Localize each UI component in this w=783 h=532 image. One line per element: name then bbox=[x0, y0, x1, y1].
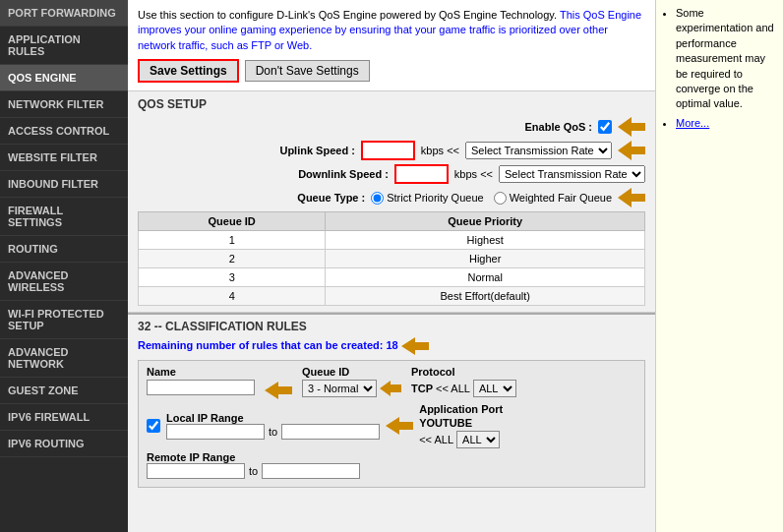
sidebar-item-firewall-settings[interactable]: FIREWALL SETTINGS bbox=[0, 198, 128, 236]
sidebar-item-ipv6-firewall[interactable]: IPV6 FIREWALL bbox=[0, 404, 128, 431]
svg-marker-2 bbox=[618, 188, 645, 207]
downlink-transmission-select[interactable]: Select Transmission Rate bbox=[499, 165, 645, 183]
remote-ip-to-input[interactable] bbox=[262, 463, 360, 479]
local-ip-block: Local IP Range 192.168.1.2 to 192.168.1.… bbox=[166, 412, 380, 440]
enable-qos-label: Enable QoS : bbox=[484, 121, 592, 133]
uplink-arrow-icon bbox=[618, 141, 645, 160]
strict-priority-radio[interactable] bbox=[371, 192, 384, 205]
right-panel-list: Some experimentation and performance mea… bbox=[662, 6, 777, 131]
to-label-local: to bbox=[269, 426, 277, 438]
sidebar-item-inbound-filter[interactable]: INBOUND FILTER bbox=[0, 171, 128, 198]
app-port-value: YOUTUBE bbox=[419, 417, 503, 429]
sidebar: PORT FORWARDING APPLICATION RULES QOS EN… bbox=[0, 0, 128, 532]
downlink-input[interactable]: 8192 bbox=[394, 164, 449, 184]
qos-form: Enable QoS : Uplink Speed : 2048 kbps <<… bbox=[138, 117, 645, 207]
right-panel: Some experimentation and performance mea… bbox=[655, 0, 783, 532]
remaining-text: Remaining number of rules that can be cr… bbox=[138, 337, 645, 355]
sidebar-item-advanced-wireless[interactable]: ADVANCED WIRELESS bbox=[0, 263, 128, 301]
sidebar-item-routing[interactable]: ROUTING bbox=[0, 236, 128, 263]
remote-ip-inputs: to bbox=[147, 463, 360, 479]
uplink-label: Uplink Speed : bbox=[247, 145, 355, 156]
queue-priority-cell: Higher bbox=[326, 250, 645, 268]
strict-priority-option[interactable]: Strict Priority Queue bbox=[371, 192, 483, 205]
uplink-transmission-select[interactable]: Select Transmission Rate bbox=[465, 142, 612, 159]
sidebar-item-website-filter[interactable]: WEBSITE FILTER bbox=[0, 145, 128, 171]
remote-ip-from-input[interactable] bbox=[147, 463, 245, 479]
sidebar-item-ipv6-routing[interactable]: IPV6 ROUTING bbox=[0, 431, 128, 457]
queue-priority-cell: Highest bbox=[326, 231, 645, 250]
queue-type-label: Queue Type : bbox=[257, 192, 365, 204]
save-button[interactable]: Save Settings bbox=[138, 59, 239, 83]
remaining-label: Remaining number of rules that can be cr… bbox=[138, 339, 383, 351]
enable-qos-row: Enable QoS : bbox=[138, 117, 645, 137]
queue-col-id: Queue ID bbox=[139, 212, 326, 231]
sidebar-item-network-filter[interactable]: NETWORK FILTER bbox=[0, 91, 128, 118]
remote-ip-row: Remote IP Range to bbox=[147, 451, 636, 479]
protocol-row: TCP << ALL ALL bbox=[411, 380, 516, 397]
button-row: Save Settings Don't Save Settings bbox=[138, 59, 645, 83]
sidebar-item-guest-zone[interactable]: GUEST ZONE bbox=[0, 378, 128, 404]
local-ip-row: Local IP Range 192.168.1.2 to 192.168.1.… bbox=[147, 403, 636, 448]
protocol-field: Protocol TCP << ALL ALL bbox=[411, 366, 516, 397]
main-content: Use this section to configure D-Link's Q… bbox=[128, 0, 655, 532]
queue-priority-cell: Normal bbox=[326, 268, 645, 287]
sidebar-item-port-forwarding[interactable]: PORT FORWARDING bbox=[0, 0, 128, 27]
sidebar-item-advanced-network[interactable]: ADVANCED NETWORK bbox=[0, 339, 128, 378]
app-port-field: Application Port YOUTUBE << ALL ALL bbox=[419, 403, 503, 448]
app-port-suffix: << ALL bbox=[419, 434, 453, 445]
uplink-speed-row: Uplink Speed : 2048 kbps << Select Trans… bbox=[138, 141, 645, 160]
queue-priority-cell: Best Effort(default) bbox=[326, 287, 645, 306]
sidebar-item-access-control[interactable]: ACCESS CONTROL bbox=[0, 118, 128, 145]
queue-id-cell: 3 bbox=[139, 268, 326, 287]
local-ip-checkbox[interactable] bbox=[147, 419, 160, 433]
queue-id-field: Queue ID 3 - Normal bbox=[302, 366, 401, 397]
queue-id-cell: 1 bbox=[139, 231, 326, 250]
classification-form: Name Youtube Queue ID 3 - Normal bbox=[138, 360, 645, 488]
name-arrow-container bbox=[265, 366, 292, 399]
weighted-fair-radio[interactable] bbox=[494, 192, 507, 205]
name-input[interactable]: Youtube bbox=[147, 380, 255, 395]
sidebar-item-wifi-protected[interactable]: WI-FI PROTECTED SETUP bbox=[0, 301, 128, 339]
name-arrow-icon bbox=[265, 382, 292, 399]
local-ip-from-input[interactable]: 192.168.1.2 bbox=[166, 424, 265, 440]
queue-type-radios: Strict Priority Queue Weighted Fair Queu… bbox=[371, 192, 612, 205]
queue-id-cell: 2 bbox=[139, 250, 326, 268]
queue-id-arrow-icon bbox=[380, 381, 401, 396]
queue-id-select-row: 3 - Normal bbox=[302, 380, 401, 397]
dont-save-button[interactable]: Don't Save Settings bbox=[245, 60, 370, 82]
protocol-value: TCP bbox=[411, 383, 433, 394]
weighted-fair-label: Weighted Fair Queue bbox=[510, 192, 612, 204]
downlink-unit: kbps << bbox=[454, 168, 493, 180]
right-panel-text-1: Some experimentation and performance mea… bbox=[676, 7, 774, 109]
more-link[interactable]: More... bbox=[676, 117, 709, 129]
uplink-select-row: Select Transmission Rate bbox=[465, 142, 612, 159]
qos-setup-title: QOS SETUP bbox=[138, 97, 645, 111]
svg-marker-4 bbox=[265, 382, 292, 399]
app-port-label: Application Port bbox=[419, 403, 503, 415]
table-row: 1Highest bbox=[139, 231, 645, 250]
name-field: Name Youtube bbox=[147, 366, 255, 395]
uplink-input[interactable]: 2048 bbox=[361, 141, 415, 160]
protocol-select[interactable]: ALL bbox=[473, 380, 516, 397]
remaining-arrow-icon bbox=[401, 337, 429, 355]
info-text: Use this section to configure D-Link's Q… bbox=[138, 8, 645, 53]
svg-marker-3 bbox=[401, 337, 429, 355]
local-ip-to-input[interactable]: 192.168.1.100 bbox=[281, 424, 380, 440]
queue-id-label: Queue ID bbox=[302, 366, 401, 378]
downlink-speed-row: Downlink Speed : 8192 kbps << Select Tra… bbox=[138, 164, 645, 184]
svg-marker-1 bbox=[618, 141, 645, 160]
app-port-select-row: << ALL ALL bbox=[419, 431, 503, 448]
info-section: Use this section to configure D-Link's Q… bbox=[128, 0, 655, 91]
enable-qos-checkbox[interactable] bbox=[598, 120, 612, 134]
weighted-fair-option[interactable]: Weighted Fair Queue bbox=[494, 192, 612, 205]
app-port-select[interactable]: ALL bbox=[456, 431, 500, 448]
sidebar-item-qos-engine[interactable]: QOS ENGINE bbox=[0, 65, 128, 91]
name-label: Name bbox=[147, 366, 255, 378]
protocol-suffix: << ALL bbox=[436, 383, 470, 394]
svg-marker-0 bbox=[618, 117, 645, 137]
local-ip-arrow-icon bbox=[386, 417, 413, 435]
sidebar-item-application-rules[interactable]: APPLICATION RULES bbox=[0, 27, 128, 65]
local-ip-label: Local IP Range bbox=[166, 412, 380, 424]
queue-id-select[interactable]: 3 - Normal bbox=[302, 380, 377, 397]
qos-setup-section: QOS SETUP Enable QoS : Uplink Speed : 20… bbox=[128, 91, 655, 313]
